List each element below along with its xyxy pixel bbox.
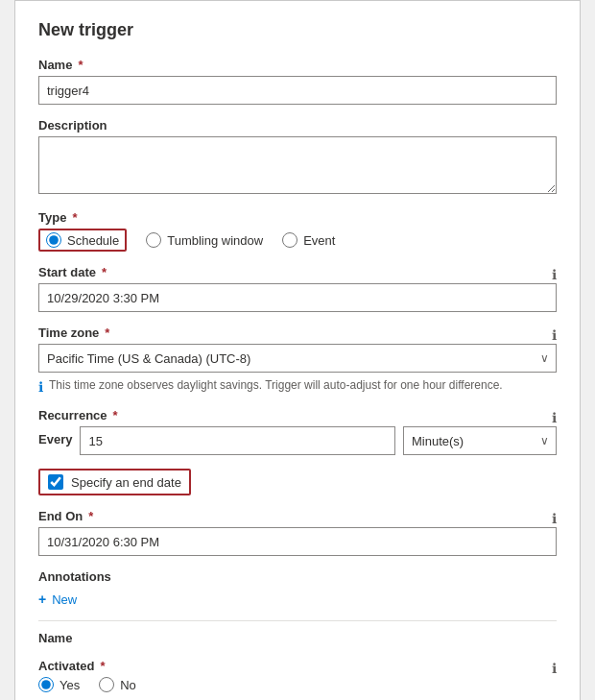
specify-end-date-label: Specify an end date	[71, 475, 181, 490]
start-date-input[interactable]	[38, 283, 557, 312]
recurrence-info-icon[interactable]: ℹ	[552, 410, 557, 425]
activated-no-option[interactable]: No	[99, 677, 136, 692]
recurrence-unit-select[interactable]: Minute(s) Hour(s) Day(s) Week(s) Month(s…	[403, 426, 557, 455]
recurrence-field-group: Recurrence * ℹ Every Minute(s) Hour(s) D…	[38, 408, 557, 455]
specify-end-date-group: Specify an end date	[38, 469, 557, 495]
annotations-new-row[interactable]: + New	[38, 588, 557, 611]
type-event-radio[interactable]	[282, 232, 298, 248]
new-trigger-dialog: New trigger Name * Description Type * Sc…	[14, 0, 581, 700]
annotations-column-header: Name	[38, 631, 557, 645]
type-event-option[interactable]: Event	[282, 232, 335, 248]
specify-end-date-checkbox[interactable]	[48, 474, 63, 490]
activated-yes-option[interactable]: Yes	[38, 677, 80, 692]
start-date-label: Start date *	[38, 265, 107, 279]
activated-radio-group: Yes No	[38, 677, 557, 692]
start-date-field-group: Start date * ℹ	[38, 265, 557, 312]
annotations-new-label: New	[52, 592, 77, 607]
activated-label: Activated *	[38, 659, 106, 673]
type-radio-group: Schedule Tumbling window Event	[38, 229, 557, 252]
start-date-info-icon[interactable]: ℹ	[552, 267, 557, 282]
annotations-divider	[38, 620, 557, 621]
annotations-label: Annotations	[38, 569, 557, 584]
every-label: Every	[38, 432, 72, 447]
time-zone-label: Time zone *	[38, 326, 109, 340]
type-field-group: Type * Schedule Tumbling window Event	[38, 210, 557, 252]
time-zone-select-wrapper: Pacific Time (US & Canada) (UTC-8) Easte…	[38, 344, 557, 373]
type-tumbling-option[interactable]: Tumbling window	[146, 232, 263, 248]
dialog-title: New trigger	[38, 20, 557, 40]
end-on-info-icon[interactable]: ℹ	[552, 511, 557, 526]
type-tumbling-label: Tumbling window	[167, 233, 263, 248]
description-input[interactable]	[38, 136, 557, 194]
end-on-input[interactable]	[38, 527, 557, 556]
type-event-label: Event	[303, 233, 335, 248]
description-field-group: Description	[38, 118, 557, 197]
name-field-group: Name *	[38, 58, 557, 105]
recurrence-row: Every Minute(s) Hour(s) Day(s) Week(s) M…	[38, 426, 557, 455]
name-label: Name *	[38, 58, 557, 72]
time-zone-select[interactable]: Pacific Time (US & Canada) (UTC-8) Easte…	[38, 344, 557, 373]
end-on-label: End On *	[38, 509, 93, 523]
activated-no-radio[interactable]	[99, 677, 114, 692]
annotations-group: Annotations + New Name	[38, 569, 557, 645]
type-schedule-label: Schedule	[67, 233, 119, 248]
activated-info-icon[interactable]: ℹ	[552, 661, 557, 676]
specify-end-date-container[interactable]: Specify an end date	[38, 469, 191, 495]
activated-yes-radio[interactable]	[38, 677, 54, 692]
timezone-info-icon: ℹ	[38, 379, 43, 395]
end-on-field-group: End On * ℹ	[38, 509, 557, 556]
type-label: Type *	[38, 210, 557, 225]
recurrence-value-input[interactable]	[80, 426, 395, 455]
time-zone-info-icon[interactable]: ℹ	[552, 327, 557, 343]
type-tumbling-radio[interactable]	[146, 232, 161, 248]
recurrence-unit-wrapper: Minute(s) Hour(s) Day(s) Week(s) Month(s…	[403, 426, 557, 455]
type-schedule-option[interactable]: Schedule	[38, 229, 127, 252]
type-schedule-radio[interactable]	[46, 232, 61, 248]
description-label: Description	[38, 118, 557, 133]
activated-field-group: Activated * ℹ Yes No	[38, 659, 557, 692]
activated-yes-label: Yes	[60, 678, 80, 692]
recurrence-label: Recurrence *	[38, 408, 118, 422]
name-input[interactable]	[38, 76, 557, 105]
plus-icon: +	[38, 591, 46, 607]
time-zone-field-group: Time zone * ℹ Pacific Time (US & Canada)…	[38, 326, 557, 395]
timezone-info-text: This time zone observes daylight savings…	[49, 378, 557, 392]
activated-no-label: No	[120, 678, 136, 692]
